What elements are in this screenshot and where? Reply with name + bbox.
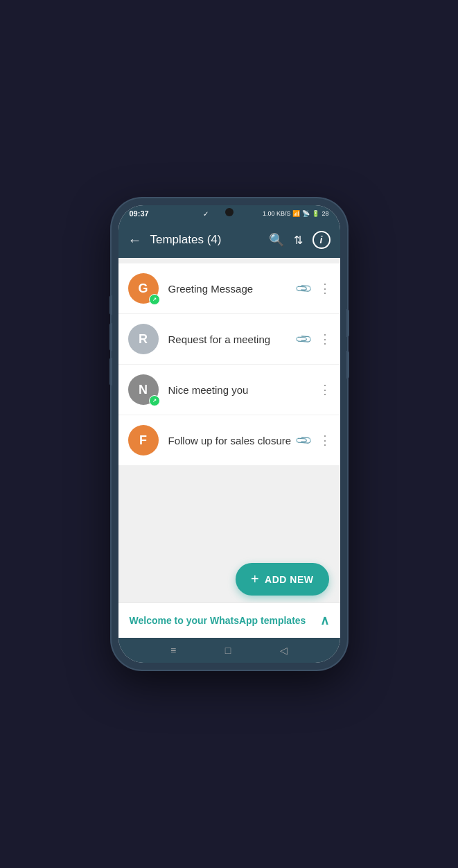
sort-button[interactable]: ⇅ <box>294 234 303 247</box>
item-actions: 📎 ⋮ <box>297 331 331 347</box>
add-new-label: ADD NEW <box>265 574 313 585</box>
avatar: G ↗ <box>128 273 159 304</box>
more-options-button[interactable]: ⋮ <box>319 281 331 296</box>
share-badge-icon: ↗ <box>149 294 160 305</box>
app-bar: ← Templates (4) 🔍 ⇅ i <box>118 222 340 258</box>
menu-button[interactable]: ≡ <box>170 645 176 656</box>
avatar: F <box>128 425 159 455</box>
list-item[interactable]: F Follow up for sales closure 📎 ⋮ <box>118 415 340 465</box>
info-label: i <box>320 234 323 245</box>
home-bar: ≡ □ ◁ <box>118 638 340 663</box>
avatar-initial: F <box>139 433 147 448</box>
banner-text: Welcome to your WhatsApp templates <box>130 615 306 626</box>
phone-frame: 09:37 ✓ 1.00 KB/S 📶 📡 🔋 28 ← Templates (… <box>112 198 347 670</box>
attachment-icon: 📎 <box>294 329 313 349</box>
template-name: Nice meeting you <box>168 384 319 396</box>
template-name: Follow up for sales closure <box>168 435 297 446</box>
status-icons: 1.00 KB/S 📶 📡 🔋 28 <box>263 210 329 217</box>
back-nav-button[interactable]: ◁ <box>280 645 288 656</box>
item-actions: ⋮ <box>319 382 331 397</box>
fab-area: + ADD NEW <box>118 465 340 602</box>
template-name: Greeting Message <box>168 283 297 295</box>
more-options-button[interactable]: ⋮ <box>319 382 331 397</box>
back-button[interactable]: ← <box>128 232 142 248</box>
attachment-icon: 📎 <box>294 431 313 450</box>
template-list: G ↗ Greeting Message 📎 ⋮ R <box>118 263 340 465</box>
avatar-initial: G <box>138 281 148 296</box>
avatar-initial: N <box>139 383 148 397</box>
status-check: ✓ <box>203 210 209 218</box>
more-options-button[interactable]: ⋮ <box>319 331 331 347</box>
avatar: R <box>128 324 159 354</box>
bottom-banner[interactable]: Welcome to your WhatsApp templates ∧ <box>118 602 340 638</box>
wifi-icon: 📶 <box>292 210 300 217</box>
avatar-initial: R <box>139 332 148 347</box>
app-bar-actions: 🔍 ⇅ i <box>269 231 331 249</box>
signal-icon: 📡 <box>302 210 310 217</box>
status-time: 09:37 <box>130 209 149 218</box>
chevron-up-icon: ∧ <box>320 613 329 628</box>
info-button[interactable]: i <box>312 231 331 249</box>
template-name: Request for a meeting <box>168 333 297 345</box>
silent-button <box>109 358 112 385</box>
attachment-icon: 📎 <box>294 279 313 298</box>
list-item[interactable]: R Request for a meeting 📎 ⋮ <box>118 314 340 365</box>
home-button[interactable]: □ <box>225 645 231 656</box>
volume-button-right <box>346 351 349 379</box>
search-button[interactable]: 🔍 <box>269 232 284 248</box>
volume-down-button <box>109 323 112 351</box>
page-title: Templates (4) <box>150 233 261 247</box>
phone-screen: 09:37 ✓ 1.00 KB/S 📶 📡 🔋 28 ← Templates (… <box>118 205 340 663</box>
item-actions: 📎 ⋮ <box>297 281 331 296</box>
list-item[interactable]: N ↗ Nice meeting you ⋮ <box>118 365 340 415</box>
power-button <box>346 309 349 337</box>
camera-notch <box>225 208 234 216</box>
volume-up-button <box>109 295 112 315</box>
item-actions: 📎 ⋮ <box>297 433 331 448</box>
battery-icon: 🔋 <box>312 210 319 217</box>
status-speed: 1.00 KB/S <box>263 210 291 217</box>
content-area: G ↗ Greeting Message 📎 ⋮ R <box>118 258 340 638</box>
more-options-button[interactable]: ⋮ <box>319 433 331 448</box>
add-new-button[interactable]: + ADD NEW <box>236 563 329 596</box>
avatar: N ↗ <box>128 374 159 405</box>
plus-icon: + <box>251 571 259 587</box>
battery-level: 28 <box>322 210 328 217</box>
list-item[interactable]: G ↗ Greeting Message 📎 ⋮ <box>118 263 340 314</box>
share-badge-icon: ↗ <box>149 395 160 406</box>
